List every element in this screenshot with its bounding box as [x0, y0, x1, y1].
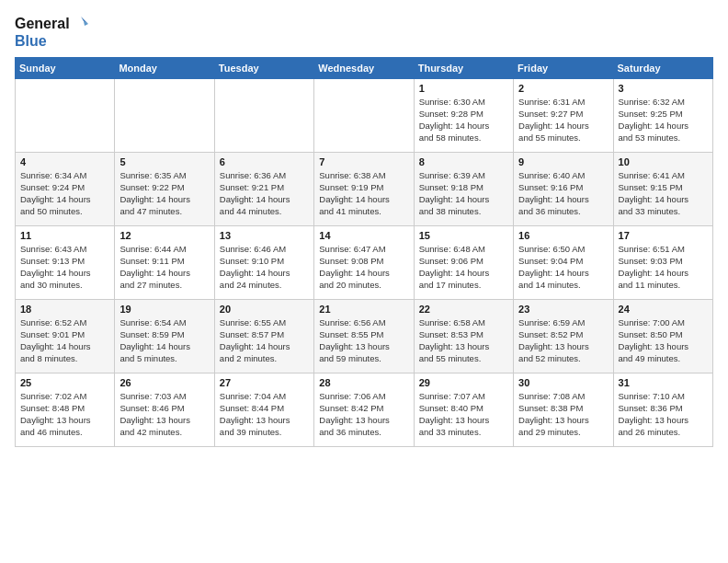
day-number: 22 [419, 304, 508, 315]
logo: General Blue [15, 15, 90, 50]
day-info: Sunrise: 6:32 AM Sunset: 9:25 PM Dayligh… [619, 96, 708, 144]
calendar-cell: 8Sunrise: 6:39 AM Sunset: 9:18 PM Daylig… [414, 152, 513, 225]
calendar-cell: 20Sunrise: 6:55 AM Sunset: 8:57 PM Dayli… [214, 299, 313, 373]
day-number: 29 [419, 377, 508, 388]
calendar-table: SundayMondayTuesdayWednesdayThursdayFrid… [15, 57, 713, 447]
day-info: Sunrise: 6:39 AM Sunset: 9:18 PM Dayligh… [419, 169, 508, 218]
calendar-cell [115, 78, 214, 152]
day-number: 21 [319, 304, 408, 315]
day-number: 13 [220, 230, 309, 241]
day-info: Sunrise: 7:04 AM Sunset: 8:44 PM Dayligh… [220, 390, 309, 439]
day-info: Sunrise: 6:40 AM Sunset: 9:16 PM Dayligh… [518, 169, 608, 218]
weekday-header-saturday: Saturday [613, 57, 712, 78]
weekday-header-monday: Monday [115, 57, 214, 78]
calendar-week-4: 18Sunrise: 6:52 AM Sunset: 9:01 PM Dayli… [16, 299, 713, 373]
calendar-cell: 27Sunrise: 7:04 AM Sunset: 8:44 PM Dayli… [214, 373, 313, 446]
day-number: 26 [119, 377, 209, 388]
day-info: Sunrise: 7:07 AM Sunset: 8:40 PM Dayligh… [419, 390, 508, 439]
day-number: 4 [20, 156, 109, 167]
calendar-cell: 10Sunrise: 6:41 AM Sunset: 9:15 PM Dayli… [613, 152, 712, 225]
calendar-cell: 13Sunrise: 6:46 AM Sunset: 9:10 PM Dayli… [214, 225, 313, 299]
weekday-header-sunday: Sunday [16, 57, 115, 78]
calendar-cell: 11Sunrise: 6:43 AM Sunset: 9:13 PM Dayli… [16, 225, 115, 299]
calendar-cell: 6Sunrise: 6:36 AM Sunset: 9:21 PM Daylig… [214, 152, 313, 225]
weekday-header-friday: Friday [514, 57, 613, 78]
calendar-cell: 19Sunrise: 6:54 AM Sunset: 8:59 PM Dayli… [115, 299, 214, 373]
calendar-cell: 2Sunrise: 6:31 AM Sunset: 9:27 PM Daylig… [514, 78, 613, 152]
day-info: Sunrise: 7:02 AM Sunset: 8:48 PM Dayligh… [20, 390, 109, 439]
day-info: Sunrise: 6:59 AM Sunset: 8:52 PM Dayligh… [518, 316, 608, 365]
day-number: 24 [619, 304, 708, 315]
calendar-cell: 25Sunrise: 7:02 AM Sunset: 8:48 PM Dayli… [16, 373, 115, 446]
header: General Blue [15, 15, 713, 50]
weekday-header-thursday: Thursday [414, 57, 513, 78]
logo-general: General [15, 16, 70, 32]
day-number: 6 [220, 156, 309, 167]
day-info: Sunrise: 6:58 AM Sunset: 8:53 PM Dayligh… [419, 316, 508, 365]
calendar-cell: 17Sunrise: 6:51 AM Sunset: 9:03 PM Dayli… [613, 225, 712, 299]
logo-container: General Blue [15, 15, 90, 50]
calendar-cell: 16Sunrise: 6:50 AM Sunset: 9:04 PM Dayli… [514, 225, 613, 299]
day-info: Sunrise: 6:55 AM Sunset: 8:57 PM Dayligh… [220, 316, 309, 365]
day-number: 8 [419, 156, 508, 167]
day-info: Sunrise: 6:47 AM Sunset: 9:08 PM Dayligh… [319, 243, 408, 292]
day-info: Sunrise: 7:00 AM Sunset: 8:50 PM Dayligh… [619, 316, 708, 365]
day-info: Sunrise: 6:35 AM Sunset: 9:22 PM Dayligh… [119, 169, 209, 218]
day-number: 14 [319, 230, 408, 241]
calendar-cell: 18Sunrise: 6:52 AM Sunset: 9:01 PM Dayli… [16, 299, 115, 373]
day-number: 15 [419, 230, 508, 241]
day-number: 19 [119, 304, 209, 315]
day-info: Sunrise: 6:50 AM Sunset: 9:04 PM Dayligh… [518, 243, 608, 292]
calendar-cell: 28Sunrise: 7:06 AM Sunset: 8:42 PM Dayli… [314, 373, 414, 446]
day-number: 5 [119, 156, 209, 167]
calendar-cell: 14Sunrise: 6:47 AM Sunset: 9:08 PM Dayli… [314, 225, 414, 299]
day-info: Sunrise: 6:43 AM Sunset: 9:13 PM Dayligh… [20, 243, 109, 292]
calendar-cell: 1Sunrise: 6:30 AM Sunset: 9:28 PM Daylig… [414, 78, 513, 152]
day-number: 3 [619, 83, 708, 94]
calendar-cell: 15Sunrise: 6:48 AM Sunset: 9:06 PM Dayli… [414, 225, 513, 299]
day-number: 18 [20, 304, 109, 315]
day-info: Sunrise: 7:10 AM Sunset: 8:36 PM Dayligh… [619, 390, 708, 439]
weekday-header-row: SundayMondayTuesdayWednesdayThursdayFrid… [16, 57, 713, 78]
calendar-cell: 7Sunrise: 6:38 AM Sunset: 9:19 PM Daylig… [314, 152, 414, 225]
calendar-cell: 26Sunrise: 7:03 AM Sunset: 8:46 PM Dayli… [115, 373, 214, 446]
day-info: Sunrise: 6:48 AM Sunset: 9:06 PM Dayligh… [419, 243, 508, 292]
day-info: Sunrise: 6:46 AM Sunset: 9:10 PM Dayligh… [220, 243, 309, 292]
weekday-header-tuesday: Tuesday [214, 57, 313, 78]
day-info: Sunrise: 6:54 AM Sunset: 8:59 PM Dayligh… [119, 316, 209, 365]
calendar-week-3: 11Sunrise: 6:43 AM Sunset: 9:13 PM Dayli… [16, 225, 713, 299]
calendar-cell: 22Sunrise: 6:58 AM Sunset: 8:53 PM Dayli… [414, 299, 513, 373]
calendar-cell: 5Sunrise: 6:35 AM Sunset: 9:22 PM Daylig… [115, 152, 214, 225]
calendar-cell: 21Sunrise: 6:56 AM Sunset: 8:55 PM Dayli… [314, 299, 414, 373]
day-info: Sunrise: 6:34 AM Sunset: 9:24 PM Dayligh… [20, 169, 109, 218]
calendar-cell: 4Sunrise: 6:34 AM Sunset: 9:24 PM Daylig… [16, 152, 115, 225]
logo-bird-icon [72, 15, 90, 33]
logo-blue: Blue [15, 33, 90, 50]
weekday-header-wednesday: Wednesday [314, 57, 414, 78]
calendar-cell [314, 78, 414, 152]
calendar-cell: 24Sunrise: 7:00 AM Sunset: 8:50 PM Dayli… [613, 299, 712, 373]
day-number: 28 [319, 377, 408, 388]
calendar-cell: 12Sunrise: 6:44 AM Sunset: 9:11 PM Dayli… [115, 225, 214, 299]
day-number: 9 [518, 156, 608, 167]
day-number: 23 [518, 304, 608, 315]
day-number: 1 [419, 83, 508, 94]
day-number: 7 [319, 156, 408, 167]
day-info: Sunrise: 6:38 AM Sunset: 9:19 PM Dayligh… [319, 169, 408, 218]
day-number: 10 [619, 156, 708, 167]
calendar-cell: 31Sunrise: 7:10 AM Sunset: 8:36 PM Dayli… [613, 373, 712, 446]
calendar-cell: 23Sunrise: 6:59 AM Sunset: 8:52 PM Dayli… [514, 299, 613, 373]
day-number: 16 [518, 230, 608, 241]
day-number: 2 [518, 83, 608, 94]
day-number: 30 [518, 377, 608, 388]
day-info: Sunrise: 7:03 AM Sunset: 8:46 PM Dayligh… [119, 390, 209, 439]
calendar-cell: 30Sunrise: 7:08 AM Sunset: 8:38 PM Dayli… [514, 373, 613, 446]
day-info: Sunrise: 6:41 AM Sunset: 9:15 PM Dayligh… [619, 169, 708, 218]
day-number: 17 [619, 230, 708, 241]
day-info: Sunrise: 6:36 AM Sunset: 9:21 PM Dayligh… [220, 169, 309, 218]
day-info: Sunrise: 6:52 AM Sunset: 9:01 PM Dayligh… [20, 316, 109, 365]
day-info: Sunrise: 6:51 AM Sunset: 9:03 PM Dayligh… [619, 243, 708, 292]
calendar-cell [16, 78, 115, 152]
calendar-week-2: 4Sunrise: 6:34 AM Sunset: 9:24 PM Daylig… [16, 152, 713, 225]
day-number: 31 [619, 377, 708, 388]
